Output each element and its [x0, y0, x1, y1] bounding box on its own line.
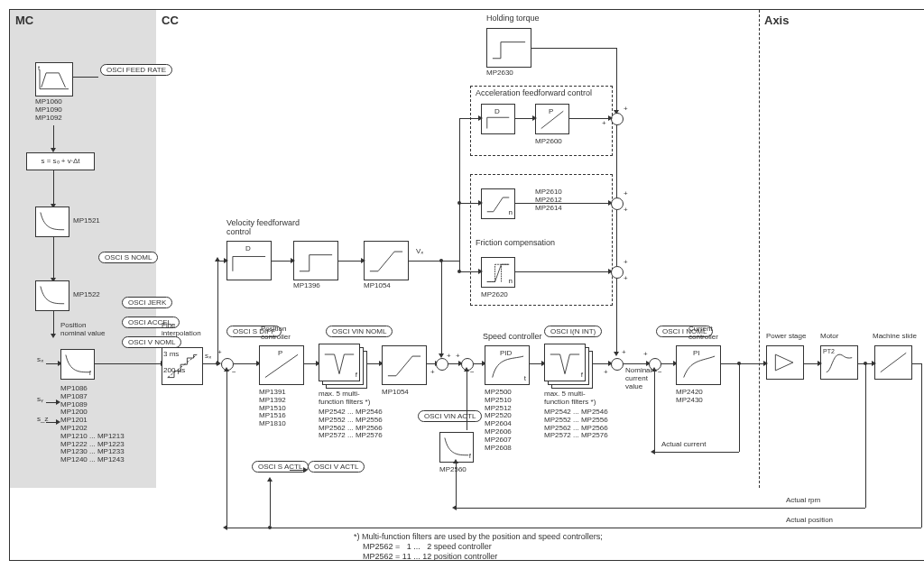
actual-pos-lbl: Actual position — [786, 517, 833, 525]
power-stage-lbl: Power stage — [766, 333, 806, 341]
dot-sactl — [268, 526, 272, 529]
eqn-text: s = s₀ + v·Δt — [41, 157, 79, 165]
notch-icon — [321, 346, 357, 379]
plus-vxb: + — [447, 353, 451, 361]
vel-ff-lbl: Velocity feedforward control — [226, 219, 300, 237]
arr-accel-dp — [515, 118, 533, 119]
fb-pos-h — [226, 528, 921, 528]
fb-rpm-v — [865, 363, 866, 508]
cur-mp: MP2420 MP2430 — [676, 389, 703, 405]
block-pos-nom: f — [60, 349, 95, 380]
actual-current-lbl: Actual current — [661, 441, 706, 449]
fb-rpm-up — [456, 463, 457, 508]
arr-vx-right-h — [441, 261, 459, 262]
step-icon-2 — [296, 243, 336, 278]
satur-icon-2 — [366, 243, 406, 278]
arr-n1-out — [515, 203, 609, 204]
sx-lbl: sₓ — [37, 356, 44, 364]
arr-sy — [46, 402, 57, 403]
arr-nc-out — [624, 363, 647, 364]
multifilter-lbl: max. 5 multi- function filters *) — [319, 390, 370, 407]
arr-ps-motor — [804, 363, 818, 364]
fb-cur-h — [654, 452, 739, 453]
arr-fi-to-velff — [217, 261, 225, 262]
arr-sz — [46, 422, 57, 423]
holding-torque-lbl: Holding torque — [486, 14, 540, 23]
minus-cur: − — [658, 369, 662, 377]
decay-icon-3 — [63, 352, 92, 377]
mp1396-lbl: MP1396 — [293, 282, 320, 290]
line-sum-v1 — [616, 125, 617, 197]
minus-pos: − — [232, 369, 236, 377]
t-lbl-pid: t — [524, 375, 526, 383]
ramp-icon — [877, 348, 910, 377]
out-pos — [912, 363, 921, 364]
arr-to-n1 — [459, 203, 479, 204]
plus4: + — [624, 259, 628, 267]
osci-vactl: OSCI V ACTL — [308, 461, 365, 473]
mp2620-lbl: MP2620 — [481, 291, 508, 299]
line-ht-h — [531, 48, 616, 49]
pos-mp: MP1391 MP1392 MP1510 MP1516 MP1810 — [259, 389, 286, 428]
block-vel-d: D — [226, 241, 272, 280]
arr-to-speed — [474, 363, 483, 364]
plus3: + — [624, 190, 628, 198]
block-motor: PT2 — [820, 345, 858, 380]
friction-lbl: Friction compensation — [476, 239, 555, 248]
arr-sx — [46, 363, 59, 364]
mp1521-lbl: MP1521 — [73, 217, 100, 225]
decay-icon — [38, 209, 67, 234]
plus4b: + — [624, 275, 628, 283]
control-loop-diagram: MC CC Axis OSCI FEED RATE t MP1060 MP109… — [9, 9, 924, 561]
mp-accel-group: MP2610 MP2612 MP2614 — [535, 188, 562, 212]
n-lbl1: n — [509, 209, 513, 217]
block-n1: n — [481, 188, 515, 219]
mc-title: MC — [15, 14, 33, 27]
fb-cur-v — [739, 363, 740, 452]
osci-vinnoml: OSCI VIN NOML — [326, 326, 393, 337]
notch-icon-2 — [547, 346, 583, 379]
block-holding-torque — [486, 28, 531, 68]
arr-vel3 — [409, 261, 441, 262]
arr-curctrl-out — [721, 363, 764, 364]
arr-sumvx-out — [448, 363, 459, 364]
arr-sx-to-cc — [95, 363, 162, 364]
arr-filter2-out — [593, 363, 609, 364]
footnote: *) Multi-function filters are used by th… — [354, 532, 603, 561]
arr-vel1 — [272, 261, 291, 262]
arr-clip2-out — [427, 363, 436, 364]
cur-ctrl-lbl: Current controller — [688, 326, 718, 342]
block-accel-d: D — [481, 104, 515, 134]
fb-pos-up — [226, 371, 227, 528]
arr-to-curctrl — [661, 363, 674, 364]
fine-vals: 3 ms 200 µs — [163, 351, 185, 374]
nom-cur-lbl: Nominal current value — [625, 367, 651, 390]
arr-accel-out — [569, 118, 609, 119]
v-axis: t — [38, 65, 40, 73]
fb-cur-up — [654, 371, 655, 452]
sum-n1 — [611, 197, 624, 210]
d-icon — [484, 106, 513, 132]
mp2600-lbl: MP2600 — [535, 138, 562, 146]
plus3b: + — [624, 206, 628, 215]
arr-mc-d2 — [53, 170, 54, 205]
block-vprofile: t — [35, 62, 73, 96]
arr-to-accel — [459, 118, 479, 119]
arr-mc-d4 — [53, 311, 54, 335]
cc-title: CC — [162, 14, 179, 27]
block-machine-slide — [874, 345, 912, 380]
osci-feedrate: OSCI FEED RATE — [100, 64, 172, 76]
d-icon-2 — [229, 243, 269, 278]
block-power-stage — [766, 345, 804, 380]
block-mp1521 — [35, 206, 69, 237]
pos-nom-val: Position nominal value — [60, 322, 105, 338]
block-speed-pid: PID t — [485, 345, 530, 385]
multifilter2-lbl: max. 5 multi- function filters *) — [544, 390, 596, 407]
plus-pos: + — [217, 349, 222, 357]
minus-speed: − — [470, 369, 475, 377]
line-sum-v2 — [616, 210, 617, 266]
block-n2: n — [481, 257, 515, 288]
block-pos-p: P — [259, 345, 304, 385]
mp2560-lbl: MP2560 — [439, 466, 467, 474]
triangle-icon — [769, 348, 801, 377]
